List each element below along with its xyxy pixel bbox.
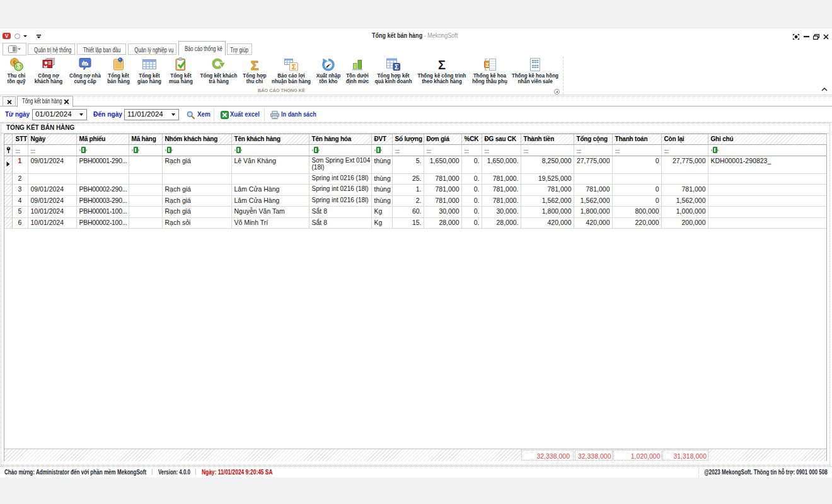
svg-text:Σ: Σ <box>486 61 490 68</box>
svg-text:Σ: Σ <box>395 63 398 71</box>
svg-text:Σ: Σ <box>438 58 446 72</box>
